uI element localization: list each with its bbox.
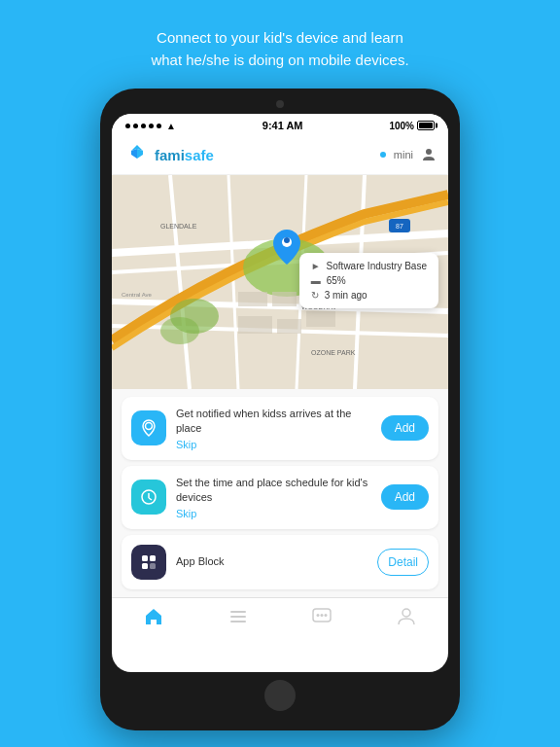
svg-point-40 xyxy=(321,614,324,617)
battery-small-icon: ▬ xyxy=(311,275,321,286)
popup-location-text: Software Industry Base xyxy=(327,261,427,271)
signal-dot-4 xyxy=(149,124,154,128)
svg-rect-31 xyxy=(142,555,148,561)
geofence-title: Get notified when kidss arrives at the p… xyxy=(176,407,371,437)
svg-rect-18 xyxy=(306,311,335,327)
svg-rect-17 xyxy=(277,319,301,334)
svg-point-42 xyxy=(402,609,410,617)
header-line1: Connect to your kid's device and learn xyxy=(157,29,403,46)
map-area: GLENDALE WOODHAV OZONE PARK Central Ave … xyxy=(112,175,448,389)
appblock-title: App Block xyxy=(176,554,368,569)
device-screen: ▲ 9:41 AM 100% famisafe xyxy=(112,114,448,672)
svg-point-41 xyxy=(325,614,328,617)
clock-icon: ↻ xyxy=(311,290,319,301)
schedule-item: Set the time and place schedule for kid'… xyxy=(122,466,438,529)
battery-indicator: 100% xyxy=(389,121,435,131)
signal-dot-3 xyxy=(141,124,146,128)
device-frame: ▲ 9:41 AM 100% famisafe xyxy=(100,89,460,730)
tab-chat[interactable] xyxy=(311,606,332,627)
svg-line-30 xyxy=(149,498,152,500)
appblock-item: App Block Detail xyxy=(122,535,438,589)
home-tab-icon xyxy=(143,606,164,627)
header-description: Connect to your kid's device and learn w… xyxy=(112,27,447,71)
schedule-icon-bg xyxy=(131,480,166,515)
home-button-bar xyxy=(112,672,448,719)
schedule-content: Set the time and place schedule for kid'… xyxy=(176,476,371,519)
popup-time-text: 3 min ago xyxy=(325,290,368,301)
svg-rect-32 xyxy=(150,555,156,561)
tab-bar xyxy=(112,597,448,637)
app-header: famisafe mini xyxy=(112,135,448,175)
signal-dot-2 xyxy=(133,124,138,128)
profile-icon[interactable] xyxy=(421,147,437,162)
svg-point-26 xyxy=(284,237,290,243)
svg-text:87: 87 xyxy=(396,223,403,230)
appblock-icon-bg xyxy=(131,545,166,580)
svg-point-12 xyxy=(160,317,199,344)
schedule-skip[interactable]: Skip xyxy=(176,508,371,519)
schedule-add-button[interactable]: Add xyxy=(381,484,429,510)
feature-list: Get notified when kidss arrives at the p… xyxy=(112,389,448,597)
app-logo: famisafe xyxy=(123,141,214,168)
signal-dot-1 xyxy=(125,124,130,128)
svg-rect-13 xyxy=(238,292,267,306)
home-button[interactable] xyxy=(264,680,296,711)
svg-point-27 xyxy=(146,423,153,430)
chat-tab-icon xyxy=(311,606,332,627)
schedule-icon xyxy=(139,487,158,507)
status-dot xyxy=(380,152,386,158)
location-popup: ► Software Industry Base ▬ 65% ↻ 3 min a… xyxy=(299,253,438,308)
tab-profile[interactable] xyxy=(396,606,417,627)
signal-indicators: ▲ xyxy=(125,121,176,131)
appblock-content: App Block xyxy=(176,554,368,569)
svg-text:Central Ave: Central Ave xyxy=(122,292,153,298)
appblock-icon xyxy=(139,552,158,572)
popup-time-row: ↻ 3 min ago xyxy=(311,290,427,301)
battery-percentage: 100% xyxy=(389,121,414,131)
map-background: GLENDALE WOODHAV OZONE PARK Central Ave … xyxy=(112,175,448,389)
status-time: 9:41 AM xyxy=(262,120,303,131)
geofence-icon xyxy=(139,418,158,438)
app-name: famisafe xyxy=(155,147,214,163)
battery-icon xyxy=(417,121,435,130)
svg-rect-36 xyxy=(230,616,246,618)
svg-point-39 xyxy=(317,614,320,617)
schedule-title: Set the time and place schedule for kid'… xyxy=(176,476,371,506)
svg-text:GLENDALE: GLENDALE xyxy=(160,223,197,230)
tab-list[interactable] xyxy=(228,606,249,627)
battery-fill xyxy=(419,123,433,128)
signal-dot-5 xyxy=(157,124,161,128)
tab-home[interactable] xyxy=(143,606,164,627)
status-bar: ▲ 9:41 AM 100% xyxy=(112,114,448,135)
location-pin xyxy=(273,230,300,257)
svg-rect-37 xyxy=(230,621,246,622)
list-tab-icon xyxy=(228,606,249,627)
svg-rect-16 xyxy=(238,316,272,334)
navigation-icon: ► xyxy=(311,261,321,271)
geofence-skip[interactable]: Skip xyxy=(176,439,371,450)
popup-location-row: ► Software Industry Base xyxy=(311,261,427,271)
child-name: mini xyxy=(394,149,413,160)
svg-rect-33 xyxy=(142,563,148,569)
geofence-add-button[interactable]: Add xyxy=(381,415,429,441)
geofence-item: Get notified when kidss arrives at the p… xyxy=(122,397,438,460)
header-right: mini xyxy=(380,147,437,162)
logo-svg xyxy=(123,141,151,168)
device-camera xyxy=(276,100,284,108)
appblock-detail-button[interactable]: Detail xyxy=(377,549,429,576)
svg-rect-35 xyxy=(230,611,246,613)
svg-text:OZONE PARK: OZONE PARK xyxy=(311,349,356,356)
geofence-icon-bg xyxy=(131,410,166,445)
profile-tab-icon xyxy=(396,606,417,627)
geofence-content: Get notified when kidss arrives at the p… xyxy=(176,407,371,450)
popup-battery-row: ▬ 65% xyxy=(311,275,427,286)
svg-rect-34 xyxy=(150,563,156,569)
popup-battery-text: 65% xyxy=(327,275,346,286)
svg-rect-14 xyxy=(272,292,297,306)
header-line2: what he/she is doing on mobile devices. xyxy=(151,52,408,68)
wifi-icon: ▲ xyxy=(166,121,176,131)
svg-point-0 xyxy=(426,149,432,155)
